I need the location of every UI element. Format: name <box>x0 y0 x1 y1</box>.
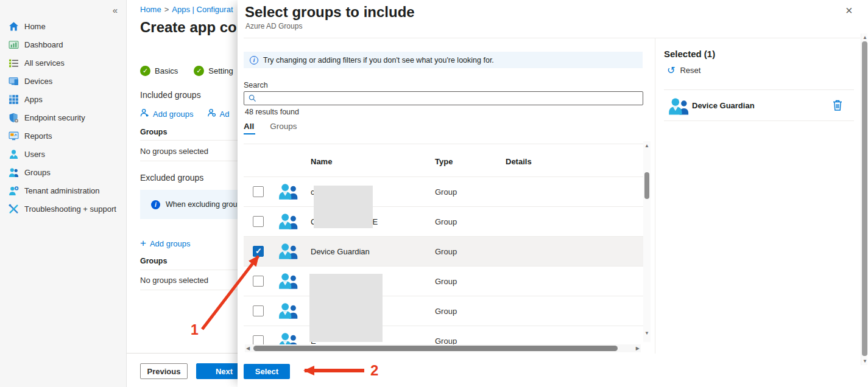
scroll-up-icon[interactable]: ▲ <box>644 144 649 148</box>
sidebar-item[interactable]: Devices <box>0 72 126 90</box>
add-groups-link[interactable]: Add groups <box>140 108 194 119</box>
group-type: Group <box>435 336 457 344</box>
excluded-add-groups-link[interactable]: + Add groups <box>140 237 190 249</box>
trash-icon[interactable] <box>832 99 843 111</box>
table-row[interactable]: CE Group <box>244 207 643 237</box>
column-header-type[interactable]: Type <box>435 157 453 166</box>
previous-button[interactable]: Previous <box>140 363 188 379</box>
sidebar-item-label: Dashboard <box>24 40 63 49</box>
table-row[interactable]: Een Group <box>244 296 643 326</box>
divider <box>140 140 238 141</box>
group-avatar-icon <box>278 242 300 260</box>
column-header-details[interactable]: Details <box>506 157 532 166</box>
sidebar-item-label: Users <box>24 150 45 159</box>
group-avatar-icon <box>278 332 300 344</box>
collapse-sidebar-icon[interactable]: « <box>113 5 118 15</box>
scrollbar-thumb[interactable] <box>253 346 618 351</box>
sidebar-item[interactable]: Users <box>0 145 126 163</box>
person-search-icon <box>207 108 216 119</box>
row-checkbox[interactable] <box>253 216 264 227</box>
scroll-up-icon[interactable]: ▲ <box>863 35 867 40</box>
selected-item: Device Guardian <box>664 92 854 120</box>
wizard-steps: ✓ Basics ✓ Setting <box>140 66 233 76</box>
group-avatar-icon <box>278 302 300 320</box>
breadcrumb-current-link[interactable]: Apps | Configurat <box>172 5 233 14</box>
info-filled-icon: i <box>151 200 160 209</box>
scroll-right-icon[interactable]: ▶ <box>636 346 640 351</box>
sidebar-item-label: Troubleshooting + support <box>24 204 116 214</box>
table-row[interactable]: ch Group <box>244 177 643 207</box>
sidebar-item-label: Home <box>24 22 46 31</box>
excluded-groups-info-banner: i When excluding group <box>140 190 238 219</box>
tenant-administration-icon <box>9 186 19 196</box>
breadcrumb-home-link[interactable]: Home <box>140 5 161 14</box>
panel-subtitle: Azure AD Groups <box>245 22 302 30</box>
row-checkbox[interactable] <box>253 246 264 257</box>
scroll-down-icon[interactable]: ▼ <box>863 359 867 364</box>
troubleshooting-icon <box>9 204 19 214</box>
sidebar-item[interactable]: Endpoint security <box>0 108 126 127</box>
results-count: 48 results found <box>245 108 299 116</box>
divider <box>244 38 860 38</box>
step-complete-check-icon: ✓ <box>194 66 204 76</box>
sidebar-item[interactable]: Home <box>0 17 126 35</box>
reports-icon <box>9 131 19 141</box>
sidebar-item-label: Apps <box>24 95 43 104</box>
person-add-icon <box>140 108 149 119</box>
search-input[interactable] <box>256 92 643 105</box>
tab[interactable]: All <box>244 122 254 134</box>
scroll-left-icon[interactable]: ◀ <box>246 346 250 351</box>
divider <box>140 290 238 290</box>
row-checkbox[interactable] <box>253 276 264 287</box>
page-title: Create app con <box>140 19 238 36</box>
tab-bar: AllGroups <box>244 122 297 134</box>
endpoint-security-icon <box>9 113 19 123</box>
sidebar-item[interactable]: Reports <box>0 127 126 145</box>
list-horizontal-scrollbar[interactable]: ◀ ▶ <box>245 344 641 352</box>
sidebar-item[interactable]: Troubleshooting + support <box>0 200 126 218</box>
sidebar-item[interactable]: Dashboard <box>0 35 126 54</box>
wizard-step-label: Setting <box>208 66 233 75</box>
row-checkbox[interactable] <box>253 335 264 344</box>
select-button[interactable]: Select <box>244 364 290 379</box>
add-all-users-link[interactable]: Ad <box>207 108 230 119</box>
table-row[interactable]: E Group <box>244 326 643 344</box>
search-icon <box>249 94 256 102</box>
column-header-name[interactable]: Name <box>311 157 332 166</box>
sidebar-item[interactable]: All services <box>0 54 126 72</box>
breadcrumb-separator: > <box>161 5 172 14</box>
sidebar-item[interactable]: Groups <box>0 163 126 181</box>
excluded-groups-heading: Excluded groups <box>140 173 203 183</box>
scroll-down-icon[interactable]: ▼ <box>644 331 649 336</box>
wizard-step[interactable]: ✓ Setting <box>194 66 233 76</box>
panel-vertical-scrollbar[interactable]: ▲ ▼ <box>861 33 867 365</box>
table-row[interactable]: D Group <box>244 267 643 296</box>
sidebar-item[interactable]: Tenant administration <box>0 181 126 200</box>
close-icon[interactable]: × <box>845 4 853 18</box>
table-row[interactable]: Device Guardian Group <box>244 237 643 267</box>
groups-icon <box>9 167 19 178</box>
list-vertical-scrollbar[interactable]: ▲ ▼ <box>643 141 651 342</box>
breadcrumb: Home>Apps | Configurat <box>140 5 233 14</box>
next-button[interactable]: Next <box>196 363 238 379</box>
group-name: Device Guardian <box>311 247 370 256</box>
select-groups-panel: Select groups to include Azure AD Groups… <box>238 0 868 387</box>
wizard-step[interactable]: ✓ Basics <box>140 66 178 76</box>
devices-icon <box>9 76 19 86</box>
scrollbar-thumb[interactable] <box>644 172 649 199</box>
footer-divider <box>127 353 238 354</box>
redaction-box <box>309 274 383 342</box>
row-checkbox[interactable] <box>253 305 264 316</box>
excluded-groups-column-header: Groups <box>140 257 167 265</box>
tab[interactable]: Groups <box>270 122 297 134</box>
group-avatar-icon <box>278 272 300 290</box>
sidebar-item-label: Endpoint security <box>24 113 85 122</box>
sidebar-item[interactable]: Apps <box>0 90 126 108</box>
row-checkbox[interactable] <box>253 186 264 197</box>
left-nav-sidebar: « Home Dashboard All services Devices Ap… <box>0 0 127 387</box>
scrollbar-thumb[interactable] <box>862 41 867 356</box>
reset-link[interactable]: ↺ Reset <box>667 66 700 75</box>
included-groups-column-header: Groups <box>140 128 167 136</box>
filters-info-banner: i Try changing or adding filters if you … <box>244 52 643 68</box>
dashboard-icon <box>9 40 19 50</box>
